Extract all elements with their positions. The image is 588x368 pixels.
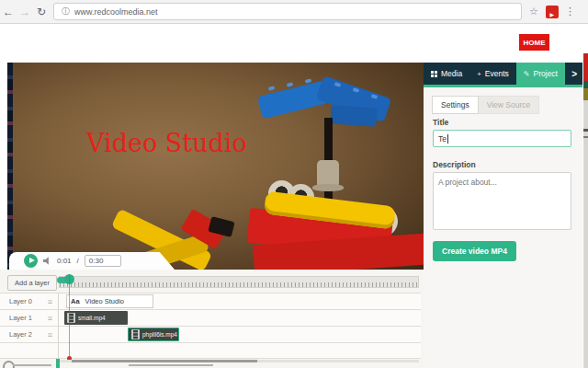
subtab-view-source[interactable]: View Source	[479, 96, 540, 114]
layer-rows: Layer 0≡ Layer 1≡ Layer 2≡	[0, 293, 421, 359]
panel-collapse-chevron-icon[interactable]: >	[566, 63, 582, 85]
tab-project-label: Project	[534, 69, 558, 78]
clip-label: phplil6is.mp4	[142, 331, 177, 338]
speaker-icon[interactable]	[43, 257, 51, 265]
drag-handle-icon[interactable]: ≡	[48, 330, 52, 339]
extension-icon[interactable]: ▶	[546, 6, 559, 18]
project-description-textarea[interactable]	[433, 172, 571, 230]
subtab-settings[interactable]: Settings	[432, 96, 479, 114]
tab-project[interactable]: ✎ Project	[516, 63, 565, 85]
edge-strip-olive	[583, 88, 588, 100]
extension-glyph: ▶	[550, 12, 555, 18]
layer-0-name: Layer 0	[9, 297, 48, 305]
duration-input[interactable]: 0:30	[85, 255, 121, 267]
drag-handle-icon[interactable]: ≡	[48, 314, 52, 323]
timeline-clip-text[interactable]: Aa Video Studio	[66, 294, 153, 308]
video-title-overlay: Video Studio	[86, 129, 247, 157]
tab-media-label: Media	[441, 69, 462, 78]
timeline-clip-small-mp4[interactable]: small.mp4	[64, 311, 128, 325]
drag-handle-icon[interactable]: ≡	[48, 297, 52, 306]
address-bar[interactable]: ⓘ www.redcoolmedia.net	[53, 3, 522, 20]
side-panel: Media + Events ✎ Project > Settings View…	[424, 63, 582, 368]
time-current: 0:01	[57, 257, 72, 265]
layer-row-0[interactable]: Layer 0≡	[0, 293, 421, 309]
clip-label: small.mp4	[78, 315, 106, 321]
layer-row-2[interactable]: Layer 2≡	[0, 326, 421, 342]
layer-1-name: Layer 1	[9, 314, 48, 322]
add-layer-button[interactable]: Add a layer	[7, 275, 57, 291]
edge-strip-green	[583, 81, 588, 88]
text-clip-label: Video Studio	[85, 297, 124, 305]
active-tab-underline	[424, 85, 582, 87]
tab-events[interactable]: + Events	[469, 63, 516, 85]
edge-mark-2	[583, 136, 588, 138]
url-text[interactable]: www.redcoolmedia.net	[74, 7, 158, 17]
filmstrip-edge	[7, 63, 13, 270]
browser-menu-icon[interactable]: ⋮	[565, 6, 575, 17]
forward-icon[interactable]: →	[17, 6, 33, 18]
project-title-input[interactable]: Te	[433, 130, 571, 147]
tab-events-label: Events	[485, 69, 509, 78]
video-preview[interactable]: Video Studio 0:01 / 0:30	[7, 63, 424, 270]
panel-tabbar: Media + Events ✎ Project >	[424, 63, 582, 85]
info-icon[interactable]: ⓘ	[62, 6, 70, 17]
app-window: ← → ↻ ⓘ www.redcoolmedia.net ☆ ▶ ⋮ HOME	[0, 0, 588, 368]
back-icon[interactable]: ←	[0, 6, 17, 18]
player-controls: 0:01 / 0:30	[9, 252, 175, 270]
tab-media[interactable]: Media	[424, 63, 469, 85]
reload-icon[interactable]: ↻	[33, 6, 50, 18]
playhead-line[interactable]	[69, 275, 70, 358]
timeline-start-marker	[56, 359, 60, 368]
media-grid-icon	[431, 71, 437, 77]
layer-row-empty[interactable]	[0, 342, 421, 359]
title-label: Title	[433, 118, 448, 127]
edge-scrollbar[interactable]	[583, 100, 588, 368]
time-separator: /	[77, 257, 79, 265]
play-icon[interactable]	[24, 254, 38, 268]
timeline: Add a layer Layer 0≡ Layer 1≡ Layer 2≡ A…	[0, 270, 424, 368]
film-icon	[131, 329, 140, 339]
ruler-ticks	[60, 282, 418, 287]
text-clip-icon: Aa	[71, 297, 80, 305]
bookmark-star-icon[interactable]: ☆	[529, 6, 538, 17]
layer-2-name: Layer 2	[9, 330, 48, 339]
title-value: Te	[438, 134, 447, 144]
timeline-ruler[interactable]	[59, 276, 419, 288]
layer-row-1[interactable]: Layer 1≡	[0, 309, 421, 326]
text-caret	[447, 134, 448, 144]
description-label: Description	[433, 160, 476, 169]
timeline-clip-php-mp4[interactable]: phplil6is.mp4	[128, 328, 179, 341]
edge-strip-red	[583, 53, 588, 81]
plus-icon: +	[477, 70, 481, 78]
zoom-slider-track[interactable]	[13, 364, 51, 366]
edit-pencil-icon: ✎	[524, 70, 530, 78]
project-subtabs: Settings View Source	[432, 96, 582, 114]
create-video-button[interactable]: Create video MP4	[433, 241, 516, 261]
h-scrollbar-thumb[interactable]	[72, 360, 257, 362]
home-button[interactable]: HOME	[519, 34, 549, 51]
browser-toolbar: ← → ↻ ⓘ www.redcoolmedia.net ☆ ▶ ⋮	[0, 0, 588, 24]
edge-mark-1	[583, 129, 588, 132]
h-scrollbar-thumb-2[interactable]	[129, 364, 213, 366]
